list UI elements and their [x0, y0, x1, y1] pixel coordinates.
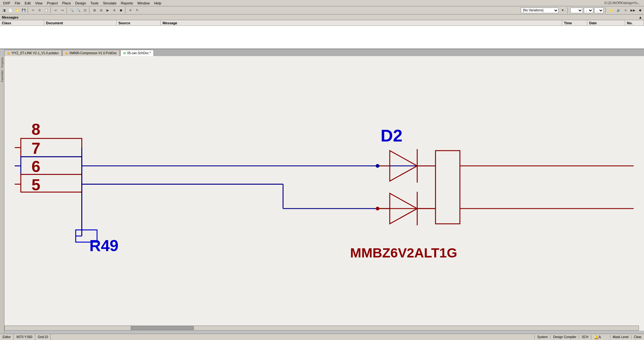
left-panel: Projects Favorites	[0, 56, 4, 333]
right-btn-5[interactable]: ▶▶	[630, 7, 636, 14]
toolbar-sep-5	[125, 7, 126, 14]
tab-label-1: YIYZ_ST-LINK V2-1_V1.0.pcbdoc	[11, 51, 59, 55]
side-label-projects[interactable]: Projects	[1, 56, 4, 69]
col-class[interactable]: Class	[0, 20, 44, 26]
coordinates: X670 Y:560	[14, 334, 35, 340]
tab-label-3: 05-can.SchDoc *	[127, 51, 151, 55]
toolbar-btn-15[interactable]: ✎	[134, 7, 140, 14]
right-btn-4[interactable]: ≡	[623, 7, 629, 14]
menu-help[interactable]: Help	[152, 1, 163, 5]
right-btn-2[interactable]: ⭐	[608, 7, 614, 14]
status-clear[interactable]: Clear	[631, 335, 644, 339]
col-document[interactable]: Document	[44, 20, 117, 26]
right-btn-6[interactable]: ⏺	[637, 7, 643, 14]
messages-header: Class Document Source Message Time Date …	[0, 20, 644, 26]
right-dropdown-3[interactable]: ...	[584, 8, 593, 13]
pin-8-label: 8	[32, 120, 40, 138]
editor-label[interactable]: Editor	[0, 334, 14, 340]
scroll-thumb[interactable]	[131, 326, 194, 330]
toolbar-btn-6[interactable]: ⎘	[37, 7, 43, 14]
toolbar-btn-12[interactable]: ⏸	[111, 7, 118, 14]
menu-place[interactable]: Place	[60, 1, 73, 5]
side-label-favorites[interactable]: Favorites	[1, 69, 4, 83]
tab-label-2: XM600-Compressor-V1.0.PcbDoc	[69, 51, 117, 55]
toolbar-sep-3	[66, 7, 68, 14]
messages-title-text: Messages	[2, 15, 19, 19]
toolbar-btn-2[interactable]: 📄	[7, 7, 14, 14]
variation-dropdown[interactable]: [No Variations]	[521, 8, 559, 13]
col-message[interactable]: Message	[161, 20, 562, 26]
toolbar-sep-2	[50, 7, 52, 14]
toolbar-btn-1[interactable]: ◨	[1, 7, 7, 14]
schematic-svg: 8 7 6 5 D2	[4, 56, 644, 331]
schematic-area[interactable]: 8 7 6 5 D2	[4, 56, 644, 331]
status-mask-level[interactable]: Mask Level	[610, 335, 631, 339]
toolbar-btn-7[interactable]: 📋	[43, 7, 49, 14]
right-dropdown-2[interactable]	[570, 8, 583, 13]
toolbar-btn-redo[interactable]: ↪	[59, 7, 66, 14]
right-sep-1	[567, 7, 569, 14]
status-icon-2: A	[599, 335, 601, 339]
menu-design[interactable]: Design	[73, 1, 88, 5]
status-icon-1: 🔔	[594, 335, 599, 339]
bottom-scrollbar[interactable]	[4, 326, 639, 331]
menu-project[interactable]: Project	[45, 1, 60, 5]
pin-6-box	[21, 157, 82, 174]
right-toolbar-area: [No Variations] ▼ ... ... ⭐ 🔊 ≡ ▶▶ ⏺	[521, 7, 643, 14]
col-source[interactable]: Source	[117, 20, 161, 26]
toolbar-btn-undo[interactable]: ↩	[53, 7, 59, 14]
toolbar-sep-4	[89, 7, 90, 14]
status-bar: Editor X670 Y:560 Grid:10 System Design …	[0, 334, 644, 340]
tab-icon-2: ▦	[65, 52, 68, 55]
menu-bar: DXP File Edit View Project Place Design …	[0, 0, 644, 6]
messages-title: Messages ▲	[0, 14, 644, 20]
menu-simulate[interactable]: Simulate	[101, 1, 118, 5]
menu-edit[interactable]: Edit	[23, 1, 32, 5]
right-btn-3[interactable]: 🔊	[615, 7, 622, 14]
tab-schdoc[interactable]: ▤ 05-can.SchDoc *	[120, 50, 154, 56]
pin-5-box	[21, 174, 82, 192]
toolbar-btn-9[interactable]: ⊞	[91, 7, 98, 14]
toolbar-btn-5[interactable]: ✂	[30, 7, 36, 14]
right-sep-2	[605, 7, 607, 14]
toolbar-btn-4[interactable]: 💾	[20, 7, 27, 14]
pin-7-label: 7	[32, 139, 40, 157]
junction-bot	[376, 207, 380, 210]
toolbar-btn-11[interactable]: ▶	[105, 7, 111, 14]
col-date[interactable]: Date	[587, 20, 625, 26]
pin-6-label: 6	[32, 158, 40, 176]
toolbar-sep-1	[28, 7, 29, 14]
junction-top	[376, 164, 380, 168]
menu-tools[interactable]: Tools	[89, 1, 101, 5]
tab-pcbdoc-1[interactable]: ▦ YIYZ_ST-LINK V2-1_V1.0.pcbdoc	[4, 50, 62, 56]
right-dropdown-4[interactable]: ...	[594, 8, 604, 13]
menu-dxp[interactable]: DXP	[1, 1, 12, 5]
toolbar-btn-14[interactable]: ✕	[127, 7, 134, 14]
right-btn-1[interactable]: ▼	[560, 7, 566, 14]
menu-view[interactable]: View	[33, 1, 44, 5]
messages-panel: Messages ▲ Class Document Source Message…	[0, 14, 644, 49]
status-sch[interactable]: SCH	[579, 335, 591, 339]
messages-collapse-btn[interactable]: ▲	[639, 15, 642, 19]
main-toolbar: ◨ 📄 📁 💾 ✂ ⎘ 📋 ↩ ↪ 🔍 🔍 ⊡ ⊞ ⊟ ▶ ⏸ ⏹ ✕ ✎ [N…	[0, 6, 644, 14]
toolbar-btn-zoom-in[interactable]: 🔍	[69, 7, 75, 14]
menu-file[interactable]: File	[13, 1, 22, 5]
toolbar-btn-zoom-fit[interactable]: ⊡	[82, 7, 88, 14]
d2-label: D2	[381, 126, 402, 145]
status-system[interactable]: System	[534, 335, 550, 339]
toolbar-btn-zoom-out[interactable]: 🔍	[75, 7, 82, 14]
tab-icon-3: ▤	[123, 51, 126, 55]
tab-pcbdoc-2[interactable]: ▦ XM600-Compressor-V1.0.PcbDoc	[62, 50, 120, 56]
menu-reports[interactable]: Reports	[119, 1, 135, 5]
col-time[interactable]: Time	[562, 20, 587, 26]
toolbar-btn-3[interactable]: 📁	[14, 7, 20, 14]
status-design-compiler[interactable]: Design Compiler	[550, 335, 579, 339]
pin-7-box	[21, 138, 82, 157]
menu-window[interactable]: Window	[135, 1, 152, 5]
col-no[interactable]: No.	[625, 20, 644, 26]
toolbar-btn-10[interactable]: ⊟	[98, 7, 104, 14]
r49-label: R49	[89, 237, 118, 255]
title-path: G:\ZL\WORK\design\Yu...	[604, 1, 643, 5]
status-icon-area: 🔔 A	[591, 335, 610, 339]
toolbar-btn-13[interactable]: ⏹	[118, 7, 124, 14]
